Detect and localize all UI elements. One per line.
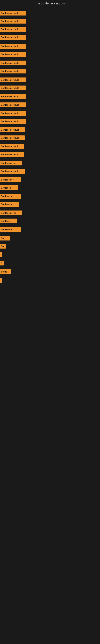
bar-rect: Bottleneck result	[0, 52, 26, 57]
bar-label: Bottleneck result	[1, 79, 19, 81]
bar-item: Bottleneck result	[0, 18, 26, 24]
bar-rect: Bottleneck r	[0, 227, 21, 232]
bar-rect: Bottleneck result	[0, 128, 25, 132]
bar-label: Bottleneck result	[1, 153, 19, 156]
bar-item: |	[0, 277, 2, 283]
bar-label: Bottleneck result	[1, 20, 19, 22]
bar-label: Bottleneck	[1, 203, 12, 206]
bar-item: Bottlenec	[0, 185, 18, 191]
bar-item: Bottlene	[0, 218, 17, 224]
bar-rect: Bottlenec	[0, 185, 18, 190]
bar-rect: Bottleneck result	[0, 94, 26, 99]
bar-item: Bottleneck result	[0, 127, 25, 133]
bar-label: Bottleneck result	[1, 87, 19, 89]
bar-rect: Bott	[0, 236, 10, 240]
bar-rect: Bottleneck result	[0, 136, 25, 140]
bar-label: Bottleneck result	[1, 36, 19, 38]
bar-item: Bottleneck result	[0, 51, 26, 57]
bar-label: Bottle	[1, 270, 7, 273]
bar-rect: Bottleneck result	[0, 19, 26, 24]
bar-item: Bottleneck r	[0, 226, 21, 232]
bar-rect: Bottleneck result	[0, 60, 26, 66]
bar-item: B	[0, 260, 4, 266]
bar-label: Bottleneck result	[1, 62, 19, 64]
site-title: TheBottlenecker.com	[0, 0, 100, 6]
bar-label: B	[1, 262, 2, 264]
bar-rect: Bottleneck result	[0, 44, 26, 49]
bar-item: Bott	[0, 235, 10, 241]
bar-item: Bottleneck result	[0, 110, 26, 116]
chart-area: Bottleneck resultBottleneck resultBottle…	[0, 6, 100, 640]
bar-rect: Bottleneck result	[0, 11, 26, 16]
bar-rect: Bottleneck r	[0, 177, 21, 182]
bar-label: Bottlene	[1, 220, 10, 222]
bar-rect: Bottleneck result	[0, 152, 24, 157]
bar-item: Bottleneck result	[0, 10, 26, 16]
bar-item: Bottleneck result	[0, 77, 26, 83]
bar-rect: Bottleneck result	[0, 119, 26, 124]
bar-label: Bottleneck result	[1, 170, 19, 172]
bar-item: Bottleneck result	[0, 26, 26, 32]
bar-rect: Bottleneck r	[0, 194, 21, 199]
bar-item: Bottleneck result	[0, 85, 26, 91]
bar-label: Bottleneck r	[1, 228, 14, 231]
bar-rect: Bo	[0, 244, 6, 248]
bar-item: Bottleneck result	[0, 143, 24, 149]
bar-rect: Bottleneck result	[0, 35, 26, 40]
bar-label: Bottleneck result	[1, 120, 19, 122]
bar-item: Bottleneck res	[0, 210, 22, 216]
bar-rect: |	[0, 278, 2, 283]
bar-item: Bottleneck result	[0, 43, 26, 49]
bar-label: Bottleneck result	[1, 45, 19, 48]
bar-item: Bottleneck r	[0, 193, 21, 199]
bar-item: Bottleneck result	[0, 34, 26, 40]
bar-label: |	[1, 279, 1, 282]
bar-rect: B	[0, 260, 4, 266]
bar-label: Bottleneck result	[1, 128, 19, 131]
bar-item: Bottleneck result	[0, 68, 26, 74]
bar-label: Bottleneck result	[1, 145, 19, 148]
bar-rect: Bottleneck res	[0, 210, 22, 215]
bar-rect: |	[0, 252, 2, 257]
bar-rect: Bottleneck result	[0, 69, 26, 74]
bar-item: Bottleneck re	[0, 160, 22, 166]
bar-label: Bottleneck re	[1, 162, 15, 164]
bar-item: Bottle	[0, 269, 11, 275]
bar-item: Bottleneck result	[0, 60, 26, 66]
bar-label: Bottleneck result	[1, 104, 19, 106]
bar-label: Bottleneck result	[1, 53, 19, 56]
bar-item: Bottleneck result	[0, 118, 26, 124]
bar-label: Bottlenec	[1, 186, 11, 189]
bar-item: Bottleneck result	[0, 168, 25, 174]
bar-rect: Bottleneck result	[0, 102, 26, 107]
bar-item: Bottleneck r	[0, 177, 21, 183]
bar-label: Bottleneck r	[1, 178, 14, 181]
bar-label: |	[1, 253, 1, 256]
bar-label: Bottleneck result	[1, 70, 19, 72]
bar-rect: Bottleneck result	[0, 86, 26, 90]
bar-rect: Bottleneck result	[0, 78, 26, 82]
bar-rect: Bottleneck result	[0, 169, 25, 174]
bar-rect: Bottle	[0, 269, 11, 274]
bar-rect: Bottleneck re	[0, 160, 22, 166]
bar-label: Bottleneck res	[1, 212, 16, 214]
bar-label: Bottleneck r	[1, 195, 14, 198]
bar-label: Bottleneck result	[1, 28, 19, 30]
bar-label: Bottleneck result	[1, 12, 19, 14]
bar-rect: Bottleneck result	[0, 27, 26, 32]
bar-item: Bottleneck result	[0, 94, 26, 100]
bar-label: Bottleneck result	[1, 96, 19, 98]
bar-item: |	[0, 252, 2, 258]
bar-item: Bo	[0, 243, 6, 249]
bar-item: Bottleneck	[0, 201, 19, 207]
bar-item: Bottleneck result	[0, 152, 24, 158]
bar-rect: Bottleneck	[0, 202, 19, 207]
bar-rect: Bottlene	[0, 218, 17, 224]
bar-label: Bottleneck result	[1, 112, 19, 114]
bar-rect: Bottleneck result	[0, 144, 24, 149]
bar-label: Bo	[1, 245, 4, 247]
bar-item: Bottleneck result	[0, 102, 26, 108]
bar-item: Bottleneck result	[0, 135, 25, 141]
bar-label: Bottleneck result	[1, 137, 19, 139]
bar-label: Bott	[1, 237, 5, 239]
